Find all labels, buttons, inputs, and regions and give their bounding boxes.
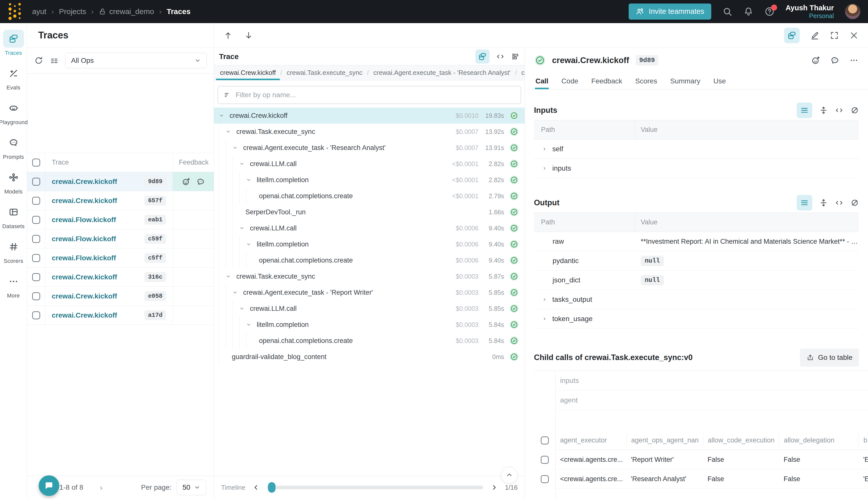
next-page-button[interactable]: ›	[100, 483, 103, 492]
trace-path-tab[interactable]: crewai.Task.execute_sync	[283, 65, 367, 80]
row-checkbox[interactable]	[32, 292, 40, 300]
trace-id-badge[interactable]: eab1	[145, 215, 166, 224]
span-tree-row[interactable]: litellm.completion$0.00069.40s	[214, 236, 525, 252]
tab-code[interactable]: Code	[561, 73, 579, 89]
trace-link[interactable]: crewai.Crew.kickoff	[52, 311, 117, 319]
search-icon[interactable]	[722, 7, 732, 16]
property-row[interactable]: json_dictnull	[534, 271, 859, 290]
breadcrumb-entity[interactable]: ayut	[32, 7, 47, 16]
sidebar-item-traces[interactable]: Traces	[1, 30, 26, 56]
column-header[interactable]: agent_ops_agent_nan	[627, 431, 703, 450]
property-row[interactable]: tasks_output	[534, 290, 859, 309]
chevron-down-icon[interactable]	[226, 274, 233, 279]
sidebar-item-datasets[interactable]: Datasets	[1, 203, 26, 230]
chevron-down-icon[interactable]	[239, 306, 247, 311]
property-row[interactable]: raw**Investment Report: AI in Chemical a…	[534, 232, 859, 251]
next-call-button[interactable]	[244, 31, 253, 40]
table-row[interactable]: <crewai.agents.cre...'Report Writer'Fals…	[534, 450, 868, 469]
user-menu[interactable]: Ayush Thakur Personal	[786, 3, 834, 20]
prev-call-button[interactable]	[224, 31, 233, 40]
span-tree-row[interactable]: crewai.LLM.call<$0.00012.82s	[214, 156, 525, 172]
row-settings-icon[interactable]	[50, 56, 59, 65]
row-checkbox[interactable]	[541, 456, 549, 464]
row-checkbox[interactable]	[32, 273, 40, 281]
table-row[interactable]: crewai.Crew.kickoffa17d	[27, 306, 214, 325]
hide-icon[interactable]	[851, 106, 859, 114]
close-icon[interactable]	[850, 31, 858, 40]
trace-path-tab[interactable]: crewai.Agent.execute_task - 'Research An…	[370, 65, 514, 80]
hide-icon[interactable]	[851, 198, 859, 207]
tab-scores[interactable]: Scores	[635, 73, 658, 89]
chevron-down-icon[interactable]	[233, 290, 240, 295]
trace-id-badge[interactable]: e058	[145, 291, 166, 301]
chevron-right-icon[interactable]	[542, 147, 547, 151]
row-checkbox[interactable]	[32, 311, 40, 319]
table-view-icon[interactable]	[797, 102, 812, 118]
chevron-right-icon[interactable]	[542, 166, 547, 171]
sidebar-item-playground[interactable]: Playground	[1, 99, 26, 126]
trace-view-toggle[interactable]	[784, 28, 800, 43]
comment-icon[interactable]	[196, 178, 205, 186]
sidebar-item-models[interactable]: Models	[1, 168, 26, 195]
table-row[interactable]: crewai.Flow.kickoffc5ff	[27, 248, 214, 268]
tree-view-icon[interactable]	[475, 49, 489, 63]
go-to-table-button[interactable]: Go to table	[800, 349, 859, 367]
code-view-icon[interactable]	[835, 106, 843, 114]
span-tree-row[interactable]: crewai.Agent.execute_task - 'Research An…	[214, 140, 525, 156]
avatar[interactable]	[845, 4, 860, 19]
row-checkbox[interactable]	[541, 475, 549, 483]
trace-link[interactable]: crewai.Crew.kickoff	[52, 197, 117, 205]
breadcrumb-projects[interactable]: Projects	[59, 7, 86, 16]
property-row[interactable]: self	[534, 139, 859, 159]
refresh-button[interactable]	[34, 56, 43, 65]
trace-link[interactable]: crewai.Flow.kickoff	[52, 216, 116, 224]
trace-id-badge[interactable]: c59f	[145, 234, 166, 244]
invite-teammates-button[interactable]: Invite teammates	[629, 3, 711, 20]
select-all-checkbox[interactable]	[32, 159, 40, 167]
sidebar-item-prompts[interactable]: Prompts	[1, 134, 26, 160]
chevron-down-icon[interactable]	[246, 322, 254, 327]
span-tree-row[interactable]: crewai.Task.execute_sync$0.000713.92s	[214, 124, 525, 140]
tab-feedback[interactable]: Feedback	[591, 73, 623, 89]
notifications-bell-icon[interactable]	[743, 7, 754, 16]
support-chat-button[interactable]	[39, 475, 59, 496]
sidebar-item-evals[interactable]: Evals	[1, 64, 26, 91]
flame-graph-icon[interactable]	[511, 52, 520, 61]
table-view-icon[interactable]	[797, 195, 812, 210]
span-tree-row[interactable]: litellm.completion$0.00035.84s	[214, 317, 525, 333]
table-row[interactable]: crewai.Flow.kickoffeab1	[27, 210, 214, 229]
expand-rows-icon[interactable]	[819, 198, 828, 207]
row-checkbox[interactable]	[32, 254, 40, 262]
span-tree-row[interactable]: openai.chat.completions.create$0.00035.8…	[214, 333, 525, 349]
chevron-down-icon[interactable]	[246, 178, 254, 182]
span-tree-row[interactable]: litellm.completion<$0.00012.82s	[214, 172, 525, 188]
trace-link[interactable]: crewai.Flow.kickoff	[52, 254, 116, 262]
table-row[interactable]: crewai.Crew.kickoff9d89	[27, 172, 214, 191]
edit-icon[interactable]	[810, 31, 819, 40]
more-options-icon[interactable]	[850, 56, 858, 65]
span-tree-row[interactable]: crewai.Crew.kickoff$0.001019.83s	[214, 108, 525, 124]
chevron-down-icon[interactable]	[246, 242, 254, 247]
table-row[interactable]: crewai.Crew.kickoff657f	[27, 191, 214, 210]
breadcrumb-traces[interactable]: Traces	[167, 7, 191, 16]
chevron-down-icon[interactable]	[233, 145, 240, 150]
span-tree-row[interactable]: openai.chat.completions.create$0.00069.4…	[214, 252, 525, 268]
timeline-prev-icon[interactable]	[252, 484, 260, 491]
timeline-knob[interactable]	[268, 482, 275, 493]
fullscreen-icon[interactable]	[830, 31, 839, 40]
column-header[interactable]: agent_executor	[556, 431, 627, 450]
tab-call[interactable]: Call	[535, 73, 549, 89]
chevron-down-icon[interactable]	[219, 113, 226, 118]
select-all-checkbox[interactable]	[541, 436, 549, 445]
span-tree-row[interactable]: openai.chat.completions.create<$0.00012.…	[214, 188, 525, 204]
chevron-down-icon[interactable]	[239, 161, 247, 166]
trace-id-badge[interactable]: 9d89	[145, 177, 166, 186]
timeline-next-icon[interactable]	[490, 484, 498, 491]
span-tree-row[interactable]: guardrail-validate_blog_content0ms	[214, 349, 525, 365]
column-header[interactable]: allow_code_execution	[703, 431, 779, 450]
tab-summary[interactable]: Summary	[670, 73, 701, 89]
trace-id-badge[interactable]: a17d	[145, 310, 166, 320]
scroll-top-button[interactable]	[501, 467, 518, 484]
trace-id-badge[interactable]: 316c	[145, 272, 166, 282]
help-icon[interactable]	[765, 7, 774, 16]
